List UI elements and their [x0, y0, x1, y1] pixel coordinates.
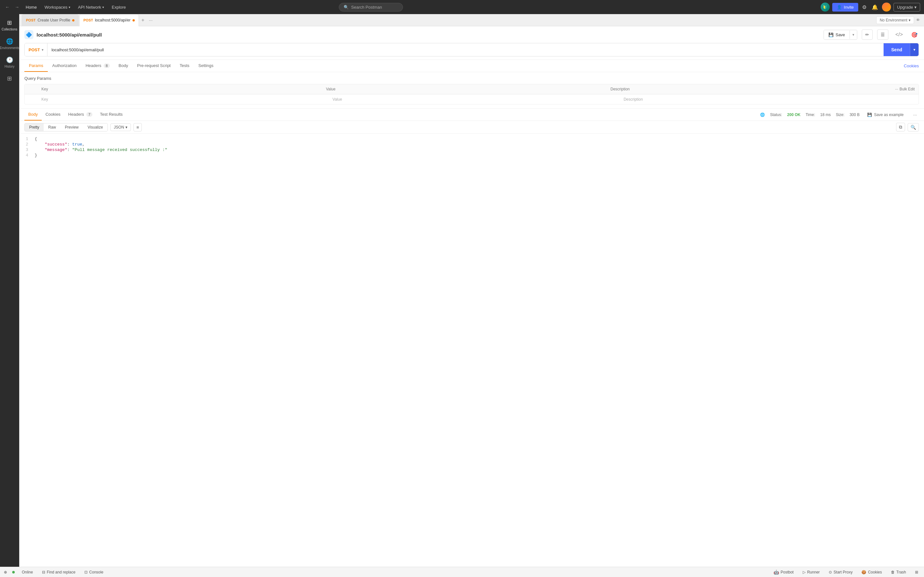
tab-settings[interactable]: Settings — [194, 60, 218, 72]
grid-view-button[interactable]: ⊞ — [913, 569, 920, 575]
sidebar-item-history[interactable]: 🕐 History — [1, 54, 18, 71]
size-value: 300 B — [850, 113, 859, 117]
format-tab-raw[interactable]: Raw — [44, 123, 60, 131]
url-input[interactable] — [47, 43, 883, 56]
response-more-options-button[interactable]: ··· — [911, 111, 919, 119]
notifications-button[interactable]: 🔔 — [871, 3, 879, 11]
tab-params[interactable]: Params — [24, 60, 48, 72]
cookies-link[interactable]: Cookies — [904, 63, 919, 68]
request-tabs: Params Authorization Headers 8 Body Pre-… — [19, 60, 924, 72]
save-dropdown-button[interactable]: ▾ — [850, 31, 857, 39]
tab-label-2: localhost:5000/api/er — [95, 18, 131, 23]
value-input-placeholder[interactable]: Value — [328, 95, 620, 104]
environments-icon: 🌐 — [6, 38, 13, 45]
tab-create-user-profile[interactable]: POST Create User Profile — [22, 14, 79, 26]
url-bar: POST ▾ Send ▾ — [24, 43, 919, 56]
resp-tab-cookies[interactable]: Cookies — [42, 109, 65, 121]
description-input-placeholder[interactable]: Description — [620, 95, 911, 104]
save-as-example-button[interactable]: 💾 Save as example — [865, 111, 906, 118]
layout-icon-button[interactable]: 🎯 — [910, 31, 919, 39]
sidebar-item-extra[interactable]: ⊞ — [1, 73, 18, 85]
method-chevron-icon: ▾ — [42, 48, 43, 52]
sidebar-item-collections[interactable]: ⊞ Collections — [1, 17, 18, 34]
resp-tab-body[interactable]: Body — [24, 109, 42, 121]
workspaces-nav-item[interactable]: Workspaces ▾ — [42, 3, 73, 11]
status-label: Status: — [770, 113, 782, 117]
search-response-button[interactable]: 🔍 — [908, 123, 919, 131]
description-icon-button[interactable]: ☰ — [877, 29, 888, 40]
save-icon: 💾 — [829, 32, 834, 37]
edit-icon-button[interactable]: ✏ — [862, 29, 873, 40]
save-example-icon: 💾 — [867, 113, 872, 117]
request-header: 🔷 localhost:5000/api/email/pull 💾 Save ▾… — [24, 29, 919, 40]
query-params-title: Query Params — [24, 76, 919, 81]
copy-response-button[interactable]: ⧉ — [896, 123, 905, 131]
api-network-chevron-icon: ▾ — [102, 5, 104, 9]
nav-right: 🔰 👤 Invite ⚙ 🔔 Upgrade ▾ — [821, 3, 920, 11]
value-col-header: Value — [322, 84, 607, 94]
home-nav-item[interactable]: Home — [23, 3, 39, 11]
method-selector[interactable]: POST ▾ — [25, 43, 47, 56]
tab-body[interactable]: Body — [114, 60, 133, 72]
more-tabs-button[interactable]: ··· — [147, 17, 155, 23]
invite-button[interactable]: 👤 Invite — [832, 3, 858, 11]
online-status-button[interactable]: Online — [20, 569, 35, 575]
forward-button[interactable]: → — [13, 3, 21, 11]
format-tab-pretty[interactable]: Pretty — [25, 123, 44, 131]
cookies-bottom-button[interactable]: 🍪 Cookies — [859, 569, 884, 575]
send-dropdown-button[interactable]: ▾ — [910, 43, 919, 56]
status-icon: ⊕ — [4, 570, 7, 574]
sidebar-item-environments[interactable]: 🌐 Environments — [1, 35, 18, 53]
code-view-button[interactable]: </> — [894, 31, 904, 39]
resp-tab-headers[interactable]: Headers 7 — [65, 109, 96, 121]
runner-button[interactable]: ▷ Runner — [801, 569, 822, 575]
send-button[interactable]: Send — [884, 43, 910, 56]
environment-selector[interactable]: No Environment ▾ — [876, 16, 914, 24]
key-col-header: Key — [37, 84, 322, 94]
params-section: Query Params Key Value Description ··· B… — [19, 72, 924, 108]
search-placeholder: Search Postman — [351, 5, 382, 10]
bulk-edit-button[interactable]: ··· Bulk Edit — [891, 84, 919, 94]
console-button[interactable]: ⊡ Console — [82, 569, 105, 575]
find-replace-button[interactable]: ⊟ Find and replace — [40, 569, 78, 575]
format-tab-preview[interactable]: Preview — [60, 123, 83, 131]
search-bar[interactable]: 🔍 Search Postman — [339, 3, 403, 11]
explore-nav-item[interactable]: Explore — [109, 3, 128, 11]
cookies-icon: 🍪 — [861, 570, 866, 574]
line-content-1: { — [32, 136, 924, 142]
resp-tab-test-results[interactable]: Test Results — [96, 109, 127, 121]
params-empty-row: Key Value Description — [25, 94, 919, 104]
runner-icon: ▷ — [803, 570, 806, 574]
format-type-selector[interactable]: JSON ▾ — [110, 123, 131, 131]
save-button[interactable]: 💾 Save — [824, 30, 850, 39]
start-proxy-button[interactable]: ⊙ Start Proxy — [827, 569, 855, 575]
upgrade-button[interactable]: Upgrade ▾ — [893, 3, 920, 11]
tab-tests[interactable]: Tests — [175, 60, 194, 72]
format-tab-group: Pretty Raw Preview Visualize — [24, 123, 108, 131]
tab-headers[interactable]: Headers 8 — [81, 60, 114, 72]
tab-method-2: POST — [83, 18, 93, 22]
line-content-4: } — [32, 153, 924, 158]
key-input-placeholder[interactable]: Key — [37, 95, 328, 104]
format-settings-icon-button[interactable]: ≡ — [134, 123, 142, 131]
tab-authorization[interactable]: Authorization — [48, 60, 81, 72]
postbot-button[interactable]: 🤖 Postbot — [772, 569, 796, 575]
sidebar-label-environments: Environments — [0, 46, 19, 50]
find-replace-icon: ⊟ — [42, 570, 45, 574]
tab-localhost[interactable]: POST localhost:5000/api/er — [79, 14, 139, 26]
api-network-nav-item[interactable]: API Network ▾ — [75, 3, 107, 11]
tab-dot-2 — [132, 19, 135, 21]
sidebar: ⊞ Collections 🌐 Environments 🕐 History ⊞ — [0, 14, 19, 567]
user-avatar[interactable] — [882, 3, 891, 11]
add-tab-button[interactable]: + — [140, 17, 146, 24]
format-tab-visualize[interactable]: Visualize — [83, 123, 107, 131]
tab-pre-request-script[interactable]: Pre-request Script — [132, 60, 175, 72]
settings-button[interactable]: ⚙ — [861, 3, 868, 11]
line-num-2: 2 — [19, 142, 32, 147]
tabs-bar: POST Create User Profile POST localhost:… — [19, 14, 924, 26]
env-settings-icon[interactable]: 👁 — [915, 17, 921, 23]
status-value: 200 OK — [787, 113, 800, 117]
trash-button[interactable]: 🗑 Trash — [889, 569, 908, 575]
request-title: localhost:5000/api/email/pull — [37, 32, 821, 37]
back-button[interactable]: ← — [4, 3, 11, 11]
